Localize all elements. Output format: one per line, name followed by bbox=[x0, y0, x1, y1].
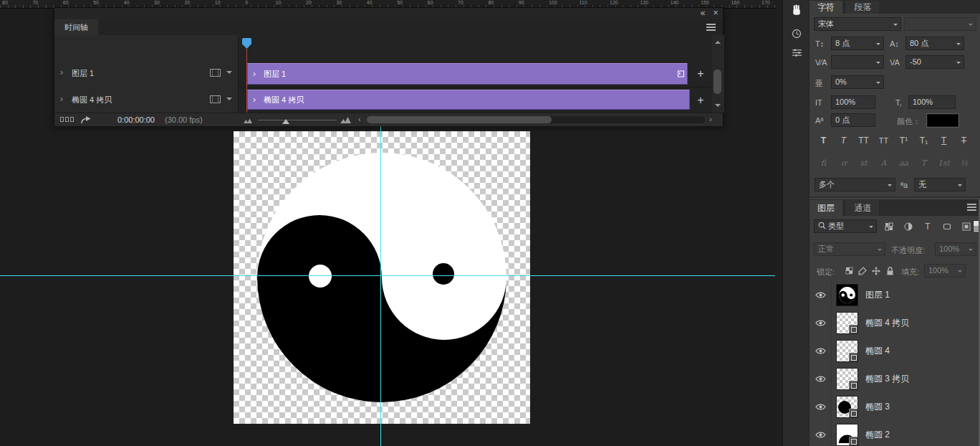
collapse-panel-icon[interactable]: « bbox=[697, 8, 708, 19]
timeline-panel-header[interactable]: « × bbox=[54, 8, 723, 20]
timeline-zoom-slider[interactable] bbox=[258, 120, 337, 120]
zoom-in-mountain-icon[interactable] bbox=[340, 115, 351, 123]
layer-thumbnail[interactable] bbox=[836, 368, 858, 390]
guide-horizontal[interactable] bbox=[0, 275, 775, 276]
tab-layers[interactable]: 图层 bbox=[810, 200, 842, 216]
scrollbar-thumb[interactable] bbox=[367, 116, 552, 123]
hand-icon[interactable] bbox=[789, 1, 804, 17]
scroll-down-icon[interactable] bbox=[715, 104, 721, 110]
lock-paint-button[interactable] bbox=[856, 265, 869, 277]
history-panel-icon[interactable] bbox=[789, 26, 804, 42]
swash-button[interactable]: A bbox=[875, 156, 893, 171]
layer-thumbnail[interactable] bbox=[836, 312, 858, 334]
visibility-toggle[interactable] bbox=[810, 309, 832, 337]
superscript-button[interactable]: T¹ bbox=[895, 133, 913, 148]
layer-thumbnail[interactable] bbox=[836, 424, 858, 446]
tab-character[interactable]: 字符 bbox=[810, 1, 842, 14]
tab-timeline[interactable]: 时间轴 bbox=[54, 19, 98, 35]
oldstyle-button[interactable]: aa bbox=[895, 156, 913, 171]
zoom-out-mountain-icon[interactable] bbox=[244, 117, 252, 123]
font-size-select[interactable]: 8 点 bbox=[831, 37, 884, 50]
font-style-select[interactable] bbox=[904, 17, 976, 31]
visibility-toggle[interactable] bbox=[810, 393, 832, 421]
horizontal-scale-input[interactable]: 100% bbox=[908, 95, 956, 109]
chevron-right-icon[interactable]: › bbox=[60, 94, 63, 104]
scroll-right-icon[interactable]: › bbox=[709, 115, 712, 123]
all-caps-button[interactable]: TT bbox=[855, 133, 873, 148]
film-frame-icon[interactable] bbox=[210, 95, 221, 103]
add-media-button[interactable]: + bbox=[693, 67, 708, 81]
layer-row[interactable]: 椭圆 4 拷贝 bbox=[810, 309, 980, 338]
stylistic-alternates-button[interactable]: T bbox=[915, 156, 933, 171]
visibility-toggle[interactable] bbox=[810, 421, 832, 446]
proportional-spacing-select[interactable]: 0% bbox=[831, 75, 884, 89]
close-panel-icon[interactable]: × bbox=[710, 8, 721, 19]
playback-options-icon[interactable] bbox=[60, 117, 74, 122]
font-family-select[interactable]: 宋体 bbox=[814, 17, 901, 31]
subscript-button[interactable]: T₁ bbox=[915, 133, 933, 148]
opacity-select[interactable]: 100% bbox=[935, 242, 976, 256]
vertical-scale-input[interactable]: 100% bbox=[831, 95, 875, 109]
visibility-toggle[interactable] bbox=[810, 281, 832, 309]
layer-thumbnail[interactable] bbox=[836, 340, 858, 362]
lock-transparency-button[interactable] bbox=[842, 265, 855, 277]
pixel-filter-button[interactable] bbox=[881, 220, 897, 233]
layer-row[interactable]: 椭圆 4 bbox=[810, 337, 980, 366]
scroll-left-icon[interactable]: ‹ bbox=[358, 115, 361, 123]
film-frame-icon[interactable] bbox=[210, 69, 221, 77]
ligatures-button[interactable]: fi bbox=[815, 156, 832, 171]
layer-thumbnail[interactable] bbox=[836, 284, 858, 306]
chevron-right-icon[interactable]: › bbox=[60, 67, 63, 77]
chevron-down-icon[interactable] bbox=[226, 71, 232, 77]
chevron-down-icon[interactable] bbox=[226, 98, 232, 103]
timeline-menu-icon[interactable] bbox=[706, 24, 716, 31]
blend-mode-select[interactable]: 正常 bbox=[814, 242, 885, 256]
antialias-select[interactable]: 无 bbox=[914, 178, 966, 191]
ordinals-button[interactable]: 1st bbox=[935, 156, 953, 171]
kerning-select[interactable] bbox=[831, 55, 884, 69]
baseline-shift-input[interactable]: 0 点 bbox=[831, 113, 875, 127]
track-header-row[interactable]: › 图层 1 bbox=[54, 60, 238, 87]
tab-channels[interactable]: 通道 bbox=[846, 200, 879, 216]
scroll-up-icon[interactable] bbox=[715, 38, 721, 44]
export-arrow-icon[interactable] bbox=[80, 115, 92, 124]
adjustment-filter-button[interactable] bbox=[900, 220, 916, 233]
lock-position-button[interactable] bbox=[870, 265, 883, 277]
lock-all-button[interactable] bbox=[883, 265, 896, 277]
layers-menu-icon[interactable] bbox=[967, 204, 976, 211]
fractions-button[interactable]: ½ bbox=[955, 156, 973, 171]
layer-thumbnail[interactable] bbox=[836, 396, 858, 418]
layer-row[interactable]: 椭圆 2 bbox=[810, 421, 980, 446]
small-caps-button[interactable]: TT bbox=[875, 133, 893, 148]
strikethrough-button[interactable]: T bbox=[955, 133, 973, 148]
layer-filter-select[interactable]: 类型 bbox=[814, 219, 877, 233]
fill-select[interactable]: 100% bbox=[924, 264, 966, 277]
layer-row[interactable]: 椭圆 3 bbox=[810, 393, 980, 422]
timeline-horizontal-scrollbar[interactable] bbox=[367, 116, 705, 123]
layer-row[interactable]: 图层 1 bbox=[810, 281, 980, 310]
smart-object-filter-button[interactable] bbox=[959, 220, 974, 233]
zoom-slider-thumb[interactable] bbox=[282, 115, 289, 124]
underline-button[interactable]: T bbox=[935, 133, 953, 148]
timeline-vertical-scrollbar[interactable] bbox=[711, 35, 724, 113]
scrollbar-thumb[interactable] bbox=[714, 70, 721, 94]
visibility-toggle[interactable] bbox=[810, 365, 832, 393]
add-media-button[interactable]: + bbox=[693, 93, 708, 108]
tracking-select[interactable]: -50 bbox=[905, 55, 964, 69]
shape-filter-button[interactable] bbox=[939, 220, 955, 233]
layer-row[interactable]: 椭圆 3 拷贝 bbox=[810, 365, 980, 394]
discretionary-ligatures-button[interactable]: st bbox=[855, 156, 873, 171]
leading-select[interactable]: 80 点 bbox=[905, 37, 964, 50]
faux-bold-button[interactable]: T bbox=[815, 133, 832, 148]
faux-italic-button[interactable]: T bbox=[835, 133, 852, 148]
video-clip[interactable]: › 图层 1 bbox=[247, 63, 688, 85]
contextual-alternates-button[interactable]: ơ bbox=[835, 156, 852, 171]
text-color-swatch[interactable] bbox=[927, 114, 959, 127]
clip-fx-badge[interactable] bbox=[678, 71, 684, 77]
tab-paragraph[interactable]: 段落 bbox=[846, 1, 879, 14]
language-select[interactable]: 多个 bbox=[815, 178, 895, 191]
properties-panel-icon[interactable] bbox=[789, 44, 804, 60]
visibility-toggle[interactable] bbox=[810, 337, 832, 365]
type-filter-button[interactable]: T bbox=[920, 220, 936, 233]
document-canvas[interactable] bbox=[234, 131, 530, 424]
